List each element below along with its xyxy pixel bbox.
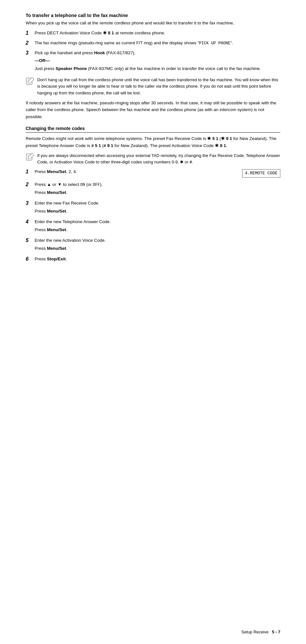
remote-step-num-6: 6 — [26, 255, 35, 263]
remote-codes-steps-list: 1 Press Menu/Set, 2, 4. 4.REMOTE CODE 2 … — [26, 169, 280, 263]
remote-step-4: 4 Enter the new Telephone Answer Code. P… — [26, 219, 280, 235]
section-title-transfer: To transfer a telephone call to the fax … — [26, 13, 280, 18]
remote-step-1-content: Press Menu/Set, 2, 4. 4.REMOTE CODE — [35, 169, 280, 178]
remote-codes-note-text: If you are always disconnected when acce… — [37, 152, 280, 165]
remote-step-num-2: 2 — [26, 181, 35, 189]
note-icon-remote — [26, 152, 37, 164]
remote-step-1-lcd: 4.REMOTE CODE — [237, 169, 280, 178]
remote-step-6: 6 Press Stop/Exit. — [26, 256, 280, 263]
transfer-steps-list: 1 Press DECT Activation Voice Code ✱ 8 1… — [26, 30, 280, 74]
footer-page: 5 - 7 — [272, 630, 280, 634]
step-num-1: 1 — [26, 29, 35, 37]
transfer-step-2: 2 The fax machine rings (pseudo-ring sam… — [26, 40, 280, 47]
step-3-content: Pick up the handset and press Hook (FAX-… — [35, 50, 280, 74]
note-icon-transfer — [26, 77, 37, 89]
remote-codes-note: If you are always disconnected when acce… — [26, 152, 280, 165]
step-num-3: 3 — [26, 49, 35, 57]
section-intro-transfer: When you pick up the voice call at the r… — [26, 20, 280, 27]
transfer-note-text: Don't hang up the call from the cordless… — [37, 77, 280, 96]
remote-step-3-content: Enter the new Fax Receive Code. Press Me… — [35, 200, 280, 216]
transfer-note: Don't hang up the call from the cordless… — [26, 77, 280, 96]
remote-step-1: 1 Press Menu/Set, 2, 4. 4.REMOTE CODE — [26, 169, 280, 179]
footer-label: Setup Receive — [242, 630, 269, 634]
remote-step-4-content: Enter the new Telephone Answer Code. Pre… — [35, 219, 280, 235]
section-title-remote-codes: Changing the remote codes — [26, 126, 280, 133]
remote-step-num-3: 3 — [26, 199, 35, 207]
remote-step-1-text: Press Menu/Set, 2, 4. — [35, 169, 234, 175]
remote-step-num-4: 4 — [26, 218, 35, 226]
remote-step-5: 5 Enter the new Activation Voice Code. P… — [26, 237, 280, 253]
transfer-step-1: 1 Press DECT Activation Voice Code ✱ 8 1… — [26, 30, 280, 37]
section-remote-codes: Changing the remote codes Remote Codes m… — [26, 126, 280, 263]
remote-step-6-content: Press Stop/Exit. — [35, 256, 280, 263]
step-1-content: Press DECT Activation Voice Code ✱ 8 1 a… — [35, 30, 280, 37]
remote-step-num-1: 1 — [26, 168, 35, 176]
step-2-content: The fax machine rings (pseudo-ring same … — [35, 40, 280, 47]
remote-step-num-5: 5 — [26, 237, 35, 245]
step-num-2: 2 — [26, 39, 35, 47]
remote-step-2: 2 Press ▲ or ▼ to select ON (or OFF). Pr… — [26, 181, 280, 197]
transfer-footer-text: If nobody answers at the fax machine, ps… — [26, 100, 280, 120]
page-footer: Setup Receive 5 - 7 — [242, 630, 280, 634]
remote-step-2-content: Press ▲ or ▼ to select ON (or OFF). Pres… — [35, 181, 280, 197]
lcd-display-1: 4.REMOTE CODE — [242, 169, 280, 178]
remote-codes-intro: Remote Codes might not work with some te… — [26, 135, 280, 149]
transfer-step-3: 3 Pick up the handset and press Hook (FA… — [26, 50, 280, 74]
remote-step-5-content: Enter the new Activation Voice Code. Pre… — [35, 237, 280, 253]
section-transfer: To transfer a telephone call to the fax … — [26, 13, 280, 120]
remote-step-3: 3 Enter the new Fax Receive Code. Press … — [26, 200, 280, 216]
